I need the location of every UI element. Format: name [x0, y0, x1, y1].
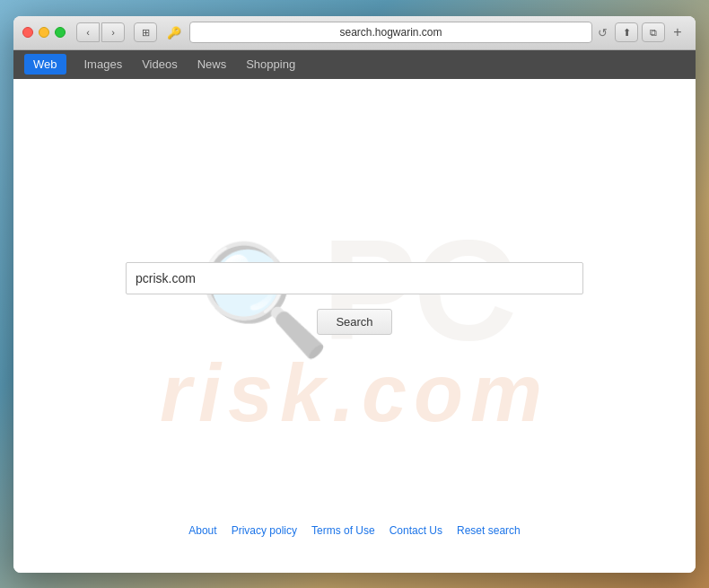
tab-web[interactable]: Web — [24, 54, 66, 75]
footer-link-contact[interactable]: Contact Us — [390, 524, 442, 537]
url-text: search.hogwarin.com — [339, 26, 442, 39]
footer-link-reset[interactable]: Reset search — [457, 524, 521, 537]
search-button[interactable]: Search — [317, 309, 391, 335]
page-content: 🔍 PC risk.com Search About Privacy polic… — [13, 79, 696, 573]
windows-button[interactable]: ⧉ — [642, 22, 665, 42]
close-button[interactable] — [22, 27, 33, 38]
maximize-button[interactable] — [55, 27, 66, 38]
nav-buttons: ‹ › — [76, 22, 125, 42]
traffic-lights — [22, 27, 66, 38]
footer-link-privacy[interactable]: Privacy policy — [232, 524, 297, 537]
refresh-button[interactable]: ↺ — [598, 26, 608, 39]
footer-link-about[interactable]: About — [188, 524, 216, 537]
new-tab-button[interactable]: + — [669, 23, 687, 41]
search-input[interactable] — [126, 262, 583, 294]
footer-link-terms[interactable]: Terms of Use — [311, 524, 375, 537]
browser-window: ‹ › ⊞ 🔑 search.hogwarin.com ↺ ⬆ ⧉ + Web … — [13, 16, 696, 573]
title-bar: ‹ › ⊞ 🔑 search.hogwarin.com ↺ ⬆ ⧉ + — [13, 16, 696, 50]
watermark-risk-com: risk.com — [160, 353, 549, 434]
tab-news[interactable]: News — [196, 54, 229, 75]
search-input-wrapper — [126, 262, 583, 294]
search-area: Search — [126, 262, 583, 335]
lock-icon: 🔑 — [164, 22, 184, 42]
toolbar-right: ⬆ ⧉ + — [615, 22, 687, 42]
tab-videos[interactable]: Videos — [140, 54, 179, 75]
tab-shopping[interactable]: Shopping — [244, 54, 297, 75]
forward-button[interactable]: › — [101, 22, 125, 42]
tab-images[interactable]: Images — [83, 54, 125, 75]
minimize-button[interactable] — [39, 27, 49, 38]
nav-bar: Web Images Videos News Shopping — [13, 50, 696, 79]
address-bar-container: 🔑 search.hogwarin.com ↺ — [164, 22, 608, 43]
footer-links: About Privacy policy Terms of Use Contac… — [13, 524, 696, 537]
share-button[interactable]: ⬆ — [615, 22, 638, 42]
back-button[interactable]: ‹ — [76, 22, 100, 42]
address-bar[interactable]: search.hogwarin.com — [189, 22, 592, 43]
tab-overview-button[interactable]: ⊞ — [134, 22, 157, 42]
